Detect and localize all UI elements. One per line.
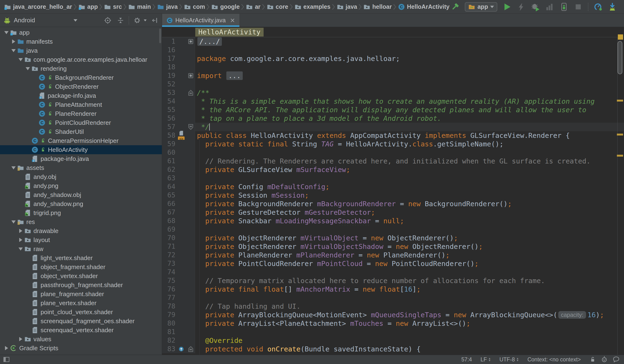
gutter[interactable]: 70 <box>162 234 195 242</box>
code-text[interactable]: private static final String TAG = HelloA… <box>195 140 624 148</box>
gutter[interactable]: 83 <box>162 345 195 353</box>
code-text[interactable] <box>195 148 624 157</box>
code-line-53[interactable]: 53/** <box>162 88 624 97</box>
gutter[interactable]: 17 <box>162 54 195 63</box>
code-text[interactable]: private final float[] mAnchorMatrix = ne… <box>195 285 624 293</box>
gutter[interactable]: 72 <box>162 251 195 259</box>
collapse-arrow-icon[interactable] <box>11 166 16 169</box>
warning-stripe-mark[interactable] <box>617 134 623 135</box>
code-text[interactable]: private Session mSession; <box>195 191 624 200</box>
code-line-65[interactable]: 65 private Session mSession; <box>162 191 624 200</box>
gutter[interactable]: 52 <box>162 80 195 88</box>
fold-plus-icon[interactable] <box>188 73 193 78</box>
hide-panel-icon[interactable] <box>151 17 158 24</box>
code-text[interactable]: // Temporary matrix allocated here to re… <box>195 276 624 285</box>
tree-item-raw[interactable]: raw <box>0 244 162 253</box>
code-line-82[interactable]: 82 @Override <box>162 336 624 345</box>
code-text[interactable]: import ... <box>195 71 624 80</box>
breadcrumb-class[interactable]: HelloArActivity <box>195 28 264 37</box>
caret-position[interactable]: 57:4 <box>461 356 472 363</box>
gutter[interactable]: 73 <box>162 259 195 268</box>
tree-item-screenquad-fragment-oes-shader[interactable]: screenquad_fragment_oes.shader <box>0 316 162 326</box>
encoding-widget[interactable]: UTF-8 ▲▼ <box>499 356 519 363</box>
code-line-79[interactable]: 79 private ArrayBlockingQueue<MotionEven… <box>162 311 624 319</box>
tree-item-app[interactable]: app <box>0 28 162 37</box>
code-line-68[interactable]: 68 private Snackbar mLoadingMessageSnack… <box>162 217 624 225</box>
gutter[interactable]: 82 <box>162 336 195 345</box>
tree-item-light-vertex-shader[interactable]: light_vertex.shader <box>0 253 162 262</box>
debug-button[interactable] <box>531 2 540 11</box>
code-line-69[interactable]: 69 <box>162 225 624 234</box>
code-line-63[interactable]: 63 <box>162 174 624 182</box>
stop-button[interactable] <box>574 2 583 11</box>
tree-item-trigrid-png[interactable]: trigrid.png <box>0 208 162 217</box>
collapse-arrow-icon[interactable] <box>11 49 16 52</box>
nav-item-src[interactable]: src <box>103 3 123 11</box>
gutter[interactable]: 69 <box>162 225 195 234</box>
code-text[interactable]: private ObjectRenderer mVirtualObject = … <box>195 234 624 242</box>
code-line-56[interactable]: 56 * tap on a plane to place a 3d model … <box>162 114 624 123</box>
gutter[interactable]: 62 <box>162 165 195 174</box>
nav-item-java[interactable]: java <box>336 3 359 11</box>
gear-icon[interactable] <box>133 17 141 24</box>
gutter[interactable]: 78 <box>162 302 195 311</box>
gutter[interactable]: 18 <box>162 63 195 71</box>
code-line-76[interactable]: 76 private final float[] mAnchorMatrix =… <box>162 285 624 293</box>
attach-debugger-button[interactable] <box>559 2 569 11</box>
code-text[interactable]: private Snackbar mLoadingMessageSnackbar… <box>195 217 624 225</box>
code-text[interactable] <box>195 328 624 336</box>
code-line-57[interactable]: 57 */ <box>162 123 624 131</box>
code-line-52[interactable]: 52 <box>162 80 624 88</box>
tree-item-drawable[interactable]: drawable <box>0 226 162 235</box>
code-line-67[interactable]: 67 private GestureDetector mGestureDetec… <box>162 208 624 217</box>
tree-item-java[interactable]: java <box>0 46 162 55</box>
gutter[interactable]: 61 <box>162 157 195 165</box>
nav-item-core[interactable]: core <box>265 3 289 11</box>
nav-item-google[interactable]: google <box>210 3 241 11</box>
gutter[interactable]: 65 <box>162 191 195 200</box>
code-line-62[interactable]: 62 private GLSurfaceView mSurfaceView; <box>162 165 624 174</box>
code-line-17[interactable]: 17package com.google.ar.core.examples.ja… <box>162 54 624 63</box>
code-line-80[interactable]: 80 private ArrayList<PlaneAttachment> mT… <box>162 319 624 328</box>
gutter[interactable]: 16 <box>162 46 195 54</box>
nav-item-examples[interactable]: examples <box>293 3 332 11</box>
expand-arrow-icon[interactable] <box>12 39 15 44</box>
nav-item-main[interactable]: main <box>127 3 152 11</box>
context-widget[interactable]: Context: <no context> <box>527 356 581 363</box>
code-text[interactable]: * This is a simple example that shows ho… <box>195 97 624 105</box>
nav-item-java[interactable]: java <box>156 3 179 11</box>
gutter[interactable]: 67 <box>162 208 195 217</box>
code-text[interactable]: protected void onCreate(Bundle savedInst… <box>195 345 624 353</box>
gutter[interactable]: 81 <box>162 328 195 336</box>
tree-item-manifests[interactable]: manifests <box>0 37 162 46</box>
gutter[interactable]: 77 <box>162 293 195 302</box>
collapse-arrow-icon[interactable] <box>4 31 8 34</box>
tree-item-shaderutil[interactable]: CShaderUtil <box>0 127 162 136</box>
run-button[interactable] <box>502 2 512 11</box>
gutter[interactable]: 66 <box>162 200 195 208</box>
tree-item-layout[interactable]: layout <box>0 235 162 244</box>
code-text[interactable]: private ArrayList<PlaneAttachment> mTouc… <box>195 319 624 328</box>
hector-inspector-icon[interactable] <box>601 356 608 363</box>
android-profiler-button[interactable] <box>594 2 603 11</box>
tree-item-plane-vertex-shader[interactable]: plane_vertex.shader <box>0 299 162 308</box>
code-text[interactable] <box>195 63 624 71</box>
tree-scrollbar[interactable] <box>159 28 161 43</box>
tree-item-andy-png[interactable]: andy.png <box>0 181 162 190</box>
code-line-55[interactable]: 55 * the ARCore API. The application wil… <box>162 105 624 114</box>
tree-item-planerenderer[interactable]: CPlaneRenderer <box>0 109 162 118</box>
code-text[interactable]: private Config mDefaultConfig; <box>195 182 624 191</box>
gradle-sync-button[interactable] <box>608 2 617 11</box>
gutter[interactable]: 79 <box>162 311 195 319</box>
warning-stripe-mark[interactable] <box>617 155 623 156</box>
code-text[interactable]: private ObjectRenderer mVirtualObjectSha… <box>195 242 624 251</box>
error-stripe[interactable] <box>616 27 624 355</box>
expand-arrow-icon[interactable] <box>5 346 8 350</box>
code-text[interactable] <box>195 225 624 234</box>
code-line-66[interactable]: 66 private BackgroundRenderer mBackgroun… <box>162 200 624 208</box>
tree-item-camerapermissionhelper[interactable]: CCameraPermissionHelper <box>0 136 162 145</box>
code-text[interactable]: // Rendering. The Renderers are created … <box>195 157 624 165</box>
code-line-58[interactable]: 58<>public class HelloArActivity extends… <box>162 131 624 140</box>
nav-item-ar[interactable]: ar <box>245 3 262 11</box>
code-text[interactable] <box>195 268 624 276</box>
